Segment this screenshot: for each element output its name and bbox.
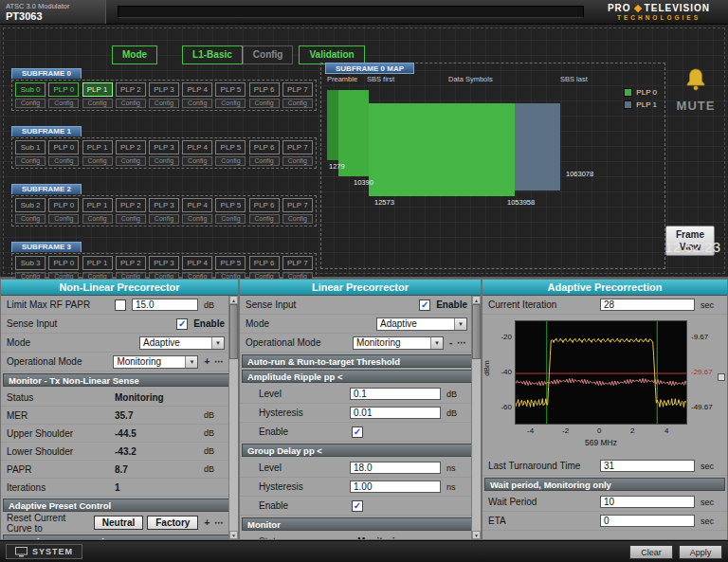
plp-config-button[interactable]: Config [215,214,246,224]
plp-config-button[interactable]: Config [215,99,246,108]
system-button[interactable]: SYSTEM [6,544,82,559]
plp-config-button[interactable]: Config [82,156,113,166]
wait-period-input[interactable]: 10 [600,496,695,508]
plp-config-button[interactable]: Config [182,99,212,108]
plp-config-button[interactable]: Config [182,156,212,166]
plp-cell-button[interactable]: Sub 2 [15,198,46,212]
plp-cell-button[interactable]: Sub 0 [15,82,46,97]
lin-expander-icon[interactable]: - ⋯ [449,337,467,348]
plp-cell-button[interactable]: PLP 4 [182,82,212,97]
plp-config-button[interactable]: Config [282,214,313,224]
plp-cell-button[interactable]: PLP 4 [182,140,212,154]
plp-cell-button[interactable]: PLP 1 [82,198,113,212]
lin-opmode-dropdown[interactable]: Monitoring ▼ [353,336,444,350]
plp-config-button[interactable]: Config [48,99,79,108]
plp-config-button[interactable]: Config [249,99,280,108]
plp-config-button[interactable]: Config [82,99,113,108]
plp-config-button[interactable]: Config [215,156,246,166]
plp-cell-button[interactable]: PLP 5 [215,198,246,212]
plp-cell-button[interactable]: PLP 6 [249,256,280,270]
scroll-down-icon[interactable]: ▼ [229,531,238,539]
plp-config-button[interactable]: Config [116,99,146,108]
chevron-down-icon[interactable]: ▼ [211,337,224,349]
scroll-up-icon[interactable]: ▲ [229,296,238,304]
plp-cell-button[interactable]: PLP 0 [48,82,79,97]
plp-config-button[interactable]: Config [116,214,146,224]
threshold-marker-icon[interactable] [718,373,725,381]
linear-scrollbar[interactable]: ▲ ▼ [471,296,481,539]
plp-cell-button[interactable]: PLP 0 [48,256,79,270]
lin-mode-dropdown[interactable]: Adaptive ▼ [376,317,467,331]
plp-cell-button[interactable]: PLP 5 [215,140,246,154]
plp-cell-button[interactable]: PLP 1 [82,256,113,270]
plp-cell-button[interactable]: PLP 7 [282,256,313,270]
scroll-thumb[interactable] [229,304,238,359]
lin-sense-checkbox[interactable]: ✓ [419,299,430,311]
plp-cell-button[interactable]: PLP 0 [48,140,79,154]
factory-button[interactable]: Factory [147,516,198,530]
limit-papr-input[interactable]: 15.0 [132,299,198,311]
subframe-tab-0[interactable]: SUBFRAME 0 [11,68,82,79]
plp-cell-button[interactable]: PLP 2 [116,256,146,270]
l1-config-button[interactable]: Config [243,45,294,64]
plp-cell-button[interactable]: Sub 1 [15,140,46,154]
plp-config-button[interactable]: Config [182,214,212,224]
plp-cell-button[interactable]: PLP 3 [149,198,179,212]
plp-cell-button[interactable]: PLP 3 [149,140,179,154]
plp-cell-button[interactable]: Sub 3 [15,256,46,270]
nl-mode-dropdown[interactable]: Adaptive ▼ [139,336,225,350]
subframe-tab-2[interactable]: SUBFRAME 2 [11,184,82,194]
plp-cell-button[interactable]: PLP 5 [215,82,246,97]
plp-cell-button[interactable]: PLP 3 [149,256,179,270]
plp-config-button[interactable]: Config [249,156,280,166]
plp-cell-button[interactable]: PLP 7 [282,140,313,154]
plp-config-button[interactable]: Config [15,156,46,166]
plp-cell-button[interactable]: PLP 4 [182,198,212,212]
scroll-thumb[interactable] [472,304,481,359]
reset-expander-icon[interactable]: + ⋯ [204,517,225,528]
eta-input[interactable]: 0 [600,515,695,527]
gd-enable-checkbox[interactable]: ✓ [352,500,363,512]
plp-config-button[interactable]: Config [282,156,313,166]
plp-config-button[interactable]: Config [149,214,179,224]
plp-config-button[interactable]: Config [15,99,46,108]
plp-cell-button[interactable]: PLP 6 [249,198,280,212]
plp-config-button[interactable]: Config [48,156,79,166]
validation-button[interactable]: Validation [299,45,364,64]
plp-config-button[interactable]: Config [48,214,79,224]
clear-button[interactable]: Clear [629,545,673,559]
plp-cell-button[interactable]: PLP 7 [282,198,313,212]
plp-config-button[interactable]: Config [149,99,179,108]
scroll-down-icon[interactable]: ▼ [472,531,481,539]
plp-config-button[interactable]: Config [82,214,113,224]
plp-cell-button[interactable]: PLP 2 [116,140,146,154]
plp-config-button[interactable]: Config [149,156,179,166]
plp-config-button[interactable]: Config [15,214,46,224]
amp-level-input[interactable]: 0.1 [350,388,441,400]
nl-opmode-dropdown[interactable]: Monitoring ▼ [113,355,198,369]
chevron-down-icon[interactable]: ▼ [185,356,197,368]
plp-config-button[interactable]: Config [116,156,146,166]
plp-cell-button[interactable]: PLP 1 [82,140,113,154]
nonlinear-scrollbar[interactable]: ▲ ▼ [228,296,238,539]
plp-cell-button[interactable]: PLP 2 [116,82,146,97]
plp-cell-button[interactable]: PLP 2 [116,198,146,212]
scroll-up-icon[interactable]: ▲ [472,296,481,304]
l1-basic-button[interactable]: L1-Basic [182,45,243,64]
last-turnaround-input[interactable]: 31 [600,460,695,472]
subframe-tab-3[interactable]: SUBFRAME 3 [11,242,82,252]
limit-papr-checkbox[interactable] [115,299,126,311]
plp-cell-button[interactable]: PLP 6 [249,140,280,154]
plp-cell-button[interactable]: PLP 7 [282,82,313,97]
plp-cell-button[interactable]: PLP 4 [182,256,212,270]
plp-cell-button[interactable]: PLP 3 [149,82,179,97]
amp-hysteresis-input[interactable]: 0.01 [350,407,441,419]
plp-config-button[interactable]: Config [282,99,313,108]
current-iteration-input[interactable]: 28 [600,299,695,311]
neutral-button[interactable]: Neutral [94,516,143,530]
subframe-tab-1[interactable]: SUBFRAME 1 [11,126,82,136]
amp-enable-checkbox[interactable]: ✓ [352,426,363,438]
plp-cell-button[interactable]: PLP 1 [82,82,113,97]
nl-expander-icon[interactable]: + ⋯ [204,356,225,367]
plp-cell-button[interactable]: PLP 6 [249,82,280,97]
